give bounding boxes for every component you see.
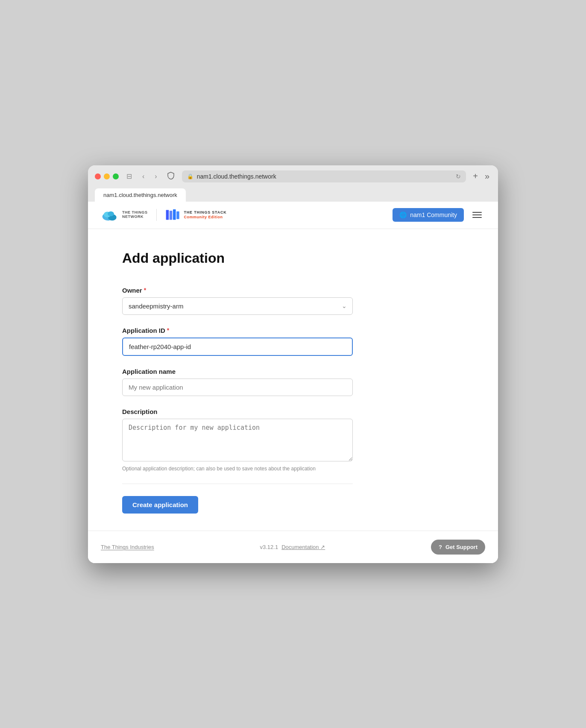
browser-window: ⊟ ‹ › 🔒 nam1.cloud.thethings.network ↻ +… xyxy=(88,165,498,563)
description-label: Description xyxy=(122,408,438,415)
svg-rect-6 xyxy=(173,209,176,220)
description-field-group: Description Optional application descrip… xyxy=(122,408,438,472)
new-tab-button[interactable]: + xyxy=(471,170,480,182)
sidebar-toggle-button[interactable]: ⊟ xyxy=(124,170,135,182)
svg-rect-5 xyxy=(169,211,172,220)
page-content: Add application Owner * sandeepmistry-ar… xyxy=(88,229,472,531)
header-right: 🌐 nam1 Community xyxy=(393,208,485,222)
site-header: THE THINGS NETWORK THE THINGS STACK Comm xyxy=(88,202,498,229)
hamburger-line-1 xyxy=(472,212,482,213)
hamburger-line-2 xyxy=(472,214,482,215)
back-button[interactable]: ‹ xyxy=(140,171,147,182)
cloud-svg-icon xyxy=(101,209,119,221)
browser-actions: + » xyxy=(471,170,491,182)
reload-button[interactable]: ↻ xyxy=(456,173,461,180)
region-button[interactable]: 🌐 nam1 Community xyxy=(393,208,464,222)
address-bar[interactable]: 🔒 nam1.cloud.thethings.network ↻ xyxy=(182,170,466,182)
question-icon: ? xyxy=(439,544,442,550)
more-button[interactable]: » xyxy=(483,170,491,182)
menu-button[interactable] xyxy=(469,208,485,221)
site-footer: The Things Industries v3.12.1 Documentat… xyxy=(88,531,498,563)
region-label: nam1 Community xyxy=(410,211,457,218)
maximize-traffic-light[interactable] xyxy=(113,173,119,179)
browser-content: THE THINGS NETWORK THE THINGS STACK Comm xyxy=(88,202,498,563)
app-name-input[interactable] xyxy=(122,379,353,396)
ttn-text: THE THINGS NETWORK xyxy=(122,211,148,219)
owner-required-star: * xyxy=(144,287,146,294)
app-id-required-star: * xyxy=(167,327,169,334)
shield-button[interactable] xyxy=(165,171,177,182)
owner-select[interactable]: sandeepmistry-arm xyxy=(122,297,353,315)
traffic-lights xyxy=(95,173,119,179)
external-link-icon: ↗ xyxy=(320,544,325,550)
description-hint: Optional application description; can al… xyxy=(122,466,353,472)
owner-select-wrapper: sandeepmistry-arm ⌄ xyxy=(122,297,353,315)
browser-chrome: ⊟ ‹ › 🔒 nam1.cloud.thethings.network ↻ +… xyxy=(88,165,498,202)
stack-logo[interactable]: THE THINGS STACK Community Edition xyxy=(157,208,227,222)
url-text: nam1.cloud.thethings.network xyxy=(197,173,453,180)
docs-link[interactable]: Documentation ↗ xyxy=(281,544,325,550)
owner-field-group: Owner * sandeepmistry-arm ⌄ xyxy=(122,287,438,315)
app-id-input[interactable] xyxy=(122,338,353,356)
company-link[interactable]: The Things Industries xyxy=(101,544,154,550)
hamburger-line-3 xyxy=(472,217,482,218)
footer-version: v3.12.1 Documentation ↗ xyxy=(260,544,325,550)
forward-button[interactable]: › xyxy=(152,171,159,182)
svg-rect-4 xyxy=(166,210,169,220)
minimize-traffic-light[interactable] xyxy=(104,173,110,179)
app-id-label: Application ID * xyxy=(122,327,438,334)
header-logos: THE THINGS NETWORK THE THINGS STACK Comm xyxy=(101,208,227,222)
svg-point-3 xyxy=(108,211,114,217)
owner-label: Owner * xyxy=(122,287,438,294)
stack-text: THE THINGS STACK Community Edition xyxy=(184,210,227,220)
lock-icon: 🔒 xyxy=(187,173,193,179)
version-text: v3.12.1 xyxy=(260,544,278,550)
books-svg-icon xyxy=(165,208,181,222)
close-traffic-light[interactable] xyxy=(95,173,101,179)
app-id-field-group: Application ID * xyxy=(122,327,438,356)
app-name-field-group: Application name xyxy=(122,368,438,396)
get-support-button[interactable]: ? Get Support xyxy=(431,540,485,555)
svg-rect-7 xyxy=(176,211,179,219)
app-name-label: Application name xyxy=(122,368,438,375)
page-title: Add application xyxy=(122,250,438,266)
footer-company-link: The Things Industries xyxy=(101,543,154,551)
globe-icon: 🌐 xyxy=(399,211,407,218)
active-tab[interactable]: nam1.cloud.thethings.network xyxy=(95,188,186,202)
form-divider xyxy=(122,484,353,484)
description-textarea[interactable] xyxy=(122,419,353,461)
ttn-logo[interactable]: THE THINGS NETWORK xyxy=(101,209,157,221)
create-application-button[interactable]: Create application xyxy=(122,496,198,514)
